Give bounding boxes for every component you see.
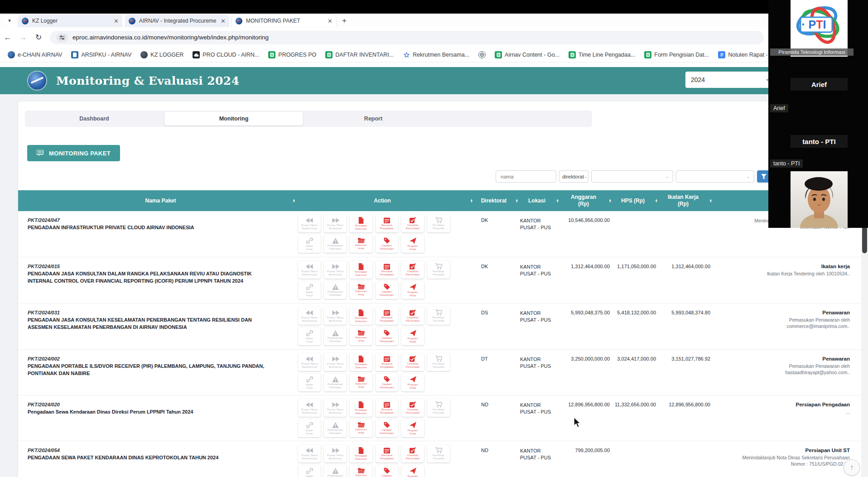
forward-icon[interactable]: → [15, 33, 31, 42]
column-header-nama-paket[interactable]: Nama Paket▲▼ [28, 198, 294, 204]
rencana-pengadaan-button[interactable]: Rencana Pengadaan [376, 215, 398, 232]
catatan-keterangan-button[interactable]: Catatan/ Keterangan [376, 281, 398, 299]
persiapan-dokumen-button[interactable]: Persiapan Dokumen [350, 215, 372, 232]
rencana-pengadaan-button[interactable]: Rencana Pengadaan [376, 353, 398, 371]
tab-report[interactable]: Report [304, 111, 443, 127]
proses-tahun-berikutnya-button[interactable]: Proses Tahun Berikutnya [324, 307, 347, 325]
dokumen-arsip-button[interactable]: Dokumen Arsip [350, 235, 372, 253]
new-tab-button[interactable]: + [339, 15, 350, 26]
reload-icon[interactable]: ↻ [31, 33, 46, 42]
persiapan-dokumen-button[interactable]: Persiapan Dokumen [350, 353, 372, 371]
program-kerja-button[interactable]: Program Kerja [401, 235, 424, 253]
close-tab-icon[interactable]: ✕ [328, 18, 333, 24]
persiapan-dokumen-button[interactable]: Persiapan Dokumen [350, 307, 372, 325]
catatan-keterangan-button[interactable]: Catatan/ Keterangan [376, 419, 398, 437]
bookmark-item[interactable]: Time Line Pengadaa... [566, 50, 637, 60]
proses-tahun-berikutnya-button[interactable]: Proses Tahun Berikutnya [324, 353, 347, 371]
program-kerja-button[interactable]: Program Kerja [401, 281, 424, 299]
scrollbar-thumb[interactable] [862, 225, 867, 253]
address-bar[interactable]: eproc.airnavindonesia.co.id/monev/monito… [50, 31, 764, 44]
proses-tahun-sebelumnya-button[interactable]: Proses Tahun Sebelumnya [298, 353, 321, 371]
catatan-keterangan-button[interactable]: Catatan/ Keterangan [376, 235, 398, 253]
proses-tahun-sebelumnya-button[interactable]: Proses Tahun Sebelumnya [298, 261, 321, 279]
filter-select-3[interactable]: ⌄ [676, 170, 754, 183]
dokumen-arsip-button[interactable]: Dokumen Arsip [350, 281, 372, 299]
catatan-keterangan-button[interactable]: Catatan/ Keterangan [376, 374, 398, 391]
program-kerja-button[interactable]: Program Kerja [401, 328, 424, 345]
bookmark-item[interactable]: Form Pengisian Dat... [642, 50, 711, 60]
checklist-permintaan-button[interactable]: Checklist Permintaan [401, 215, 424, 232]
tab-monitoring[interactable]: Monitoring [164, 112, 303, 125]
browser-tab-airnav[interactable]: AIRNAV - Integrated Procureme ✕ [125, 14, 229, 27]
checklist-permintaan-button[interactable]: Checklist Permintaan [401, 261, 424, 279]
column-header-direktorat[interactable]: Direktorat▲▼ [471, 198, 516, 204]
checklist-permintaan-button[interactable]: Checklist Permintaan [401, 353, 424, 371]
pelaksanaan-pekerjaan-button[interactable]: Pelaksanaan Pekerjaan [324, 328, 347, 345]
pemilihan-penyedia-button[interactable]: Pemilihan Penyedia [427, 353, 450, 371]
bookmark-item[interactable]: PROGRES PO [266, 50, 318, 60]
persiapan-dokumen-button[interactable]: Persiapan Dokumen [350, 445, 372, 463]
dokumen-arsip-button[interactable]: Dokumen Arsip [350, 419, 372, 437]
proses-tahun-berikutnya-button[interactable]: Proses Tahun Berikutnya [324, 445, 347, 463]
pemilihan-penyedia-button[interactable]: Pemilihan Penyedia [427, 445, 450, 463]
persiapan-dokumen-button[interactable]: Persiapan Dokumen [350, 399, 372, 417]
back-icon[interactable]: ← [0, 33, 15, 42]
proses-tahun-berikutnya-button[interactable]: Proses Tahun Berikutnya [324, 215, 347, 232]
column-header-anggaran-rp-[interactable]: Anggaran (Rp)▲▼ [557, 194, 610, 207]
bookmark-item[interactable]: e-CHAIN AIRNAV [5, 50, 64, 60]
ikatan-kerja-button[interactable]: Ikatan Kerja [298, 281, 321, 299]
bookmark-item[interactable]: Airnav Content - Go... [492, 50, 562, 60]
column-header-action[interactable]: Action▲▼ [294, 198, 471, 204]
persiapan-dokumen-button[interactable]: Persiapan Dokumen [350, 261, 372, 279]
browser-tab-kz-logger[interactable]: KZ Logger ✕ [18, 14, 122, 27]
bookmark-item[interactable] [476, 50, 488, 60]
rencana-pengadaan-button[interactable]: Rencana Pengadaan [376, 445, 398, 463]
proses-tahun-sebelumnya-button[interactable]: Proses Tahun Sebelumnya [298, 399, 321, 417]
rencana-pengadaan-button[interactable]: Rencana Pengadaan [376, 399, 398, 417]
column-header-lokasi[interactable]: Lokasi▲▼ [516, 198, 557, 204]
dokumen-arsip-button[interactable]: Dokumen Arsip [350, 328, 372, 345]
checklist-permintaan-button[interactable]: Checklist Permintaan [401, 307, 424, 325]
checklist-permintaan-button[interactable]: Checklist Permintaan [401, 445, 424, 463]
proses-tahun-sebelumnya-button[interactable]: Proses Tahun Sebelumnya [298, 445, 321, 463]
checklist-permintaan-button[interactable]: Checklist Permintaan [401, 399, 424, 417]
close-tab-icon[interactable]: ✕ [114, 18, 119, 24]
dokumen-arsip-button[interactable]: Dokumen Arsip [350, 374, 372, 391]
bookmark-item[interactable]: DAFTAR INVENTARI... [323, 50, 396, 60]
direktorat-filter-select[interactable]: direktorat ⌄ [559, 170, 588, 183]
catatan-keterangan-button[interactable]: Catatan/ Keterangan [376, 328, 398, 345]
pelaksanaan-pekerjaan-button[interactable]: Pelaksanaan Pekerjaan [324, 374, 347, 391]
column-header-ikatan-kerja-rp-[interactable]: Ikatan Kerja (Rp)▲▼ [656, 194, 710, 207]
pemilihan-penyedia-button[interactable]: Pemilihan Penyedia [427, 307, 450, 325]
rencana-pengadaan-button[interactable]: Rencana Pengadaan [376, 307, 398, 325]
proses-tahun-sebelumnya-button[interactable]: Proses Tahun Sebelumnya [298, 307, 321, 325]
ikatan-kerja-button[interactable]: Ikatan Kerja [298, 465, 321, 477]
site-info-icon[interactable] [56, 33, 68, 42]
bookmark-item[interactable]: KZ LOGGER [138, 50, 186, 60]
bookmark-item[interactable]: ARSIPKU - AIRNAV [69, 50, 134, 60]
dokumen-arsip-button[interactable]: Dokumen Arsip [350, 465, 372, 477]
nama-filter-input[interactable] [500, 173, 552, 180]
proses-tahun-berikutnya-button[interactable]: Proses Tahun Berikutnya [324, 399, 347, 417]
ikatan-kerja-button[interactable]: Ikatan Kerja [298, 374, 321, 391]
year-select[interactable]: 2024 ▾ [685, 72, 774, 88]
tab-dashboard[interactable]: Dashboard [25, 111, 164, 127]
browser-tab-monitoring-paket[interactable]: MONITORING PAKET ✕ [232, 14, 336, 27]
pelaksanaan-pekerjaan-button[interactable]: Pelaksanaan Pekerjaan [324, 281, 347, 299]
proses-tahun-sebelumnya-button[interactable]: Proses Tahun Sebelumnya [298, 215, 321, 232]
close-tab-icon[interactable]: ✕ [221, 18, 226, 24]
pelaksanaan-pekerjaan-button[interactable]: Pelaksanaan Pekerjaan [324, 419, 347, 437]
pelaksanaan-pekerjaan-button[interactable]: Pelaksanaan Pekerjaan [324, 465, 347, 477]
column-header-hps-rp-[interactable]: HPS (Rp)▲▼ [610, 198, 656, 204]
pemilihan-penyedia-button[interactable]: Pemilihan Penyedia [427, 399, 450, 417]
filter-select-2[interactable]: ⌄ [591, 170, 673, 183]
program-kerja-button[interactable]: Program Kerja [401, 374, 424, 391]
ikatan-kerja-button[interactable]: Ikatan Kerja [298, 235, 321, 253]
program-kerja-button[interactable]: Program Kerja [401, 465, 424, 477]
rencana-pengadaan-button[interactable]: Rencana Pengadaan [376, 261, 398, 279]
pemilihan-penyedia-button[interactable]: Pemilihan Penyedia [427, 261, 450, 279]
bookmark-item[interactable]: PRO CLOUD - AIRN... [190, 50, 261, 60]
ikatan-kerja-button[interactable]: Ikatan Kerja [298, 328, 321, 345]
pemilihan-penyedia-button[interactable]: Pemilihan Penyedia [427, 215, 450, 232]
monitoring-paket-button[interactable]: MONITORING PAKET [27, 145, 120, 161]
